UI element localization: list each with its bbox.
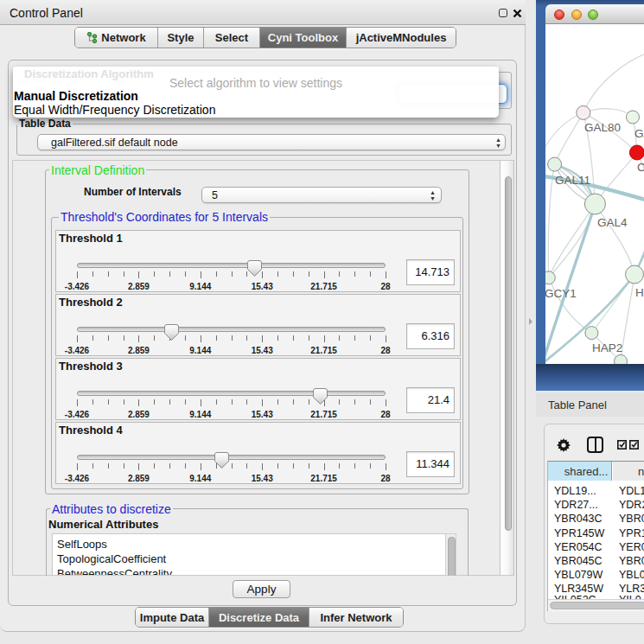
- svg-text:GCY1: GCY1: [545, 287, 577, 300]
- svg-text:CY: CY: [637, 161, 644, 174]
- svg-text:GAL: GAL: [634, 127, 644, 140]
- svg-text:GAL80: GAL80: [584, 121, 621, 134]
- svg-text:GAL4: GAL4: [597, 216, 628, 229]
- svg-text:H: H: [635, 286, 644, 299]
- svg-text:HAP2: HAP2: [592, 341, 622, 354]
- svg-text:GAL11: GAL11: [555, 174, 590, 187]
